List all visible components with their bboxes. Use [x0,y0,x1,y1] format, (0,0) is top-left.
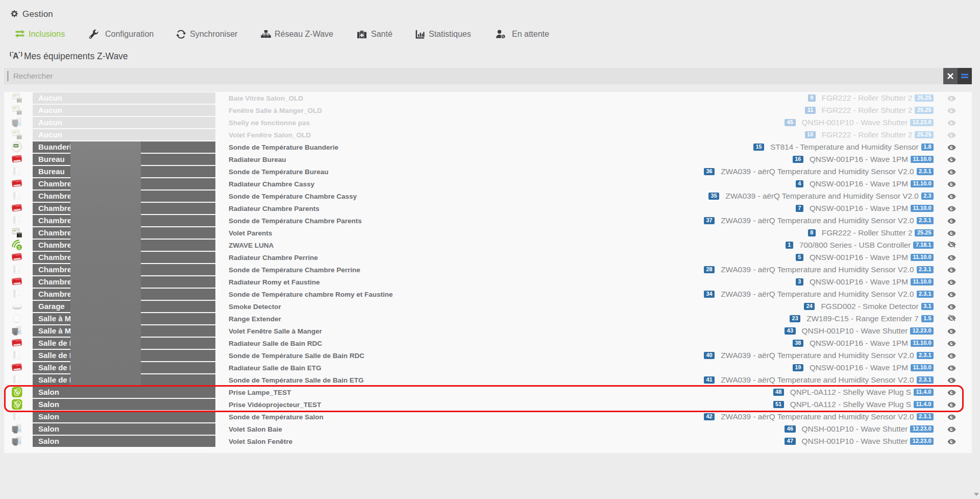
svg-text:A: A [13,52,19,60]
